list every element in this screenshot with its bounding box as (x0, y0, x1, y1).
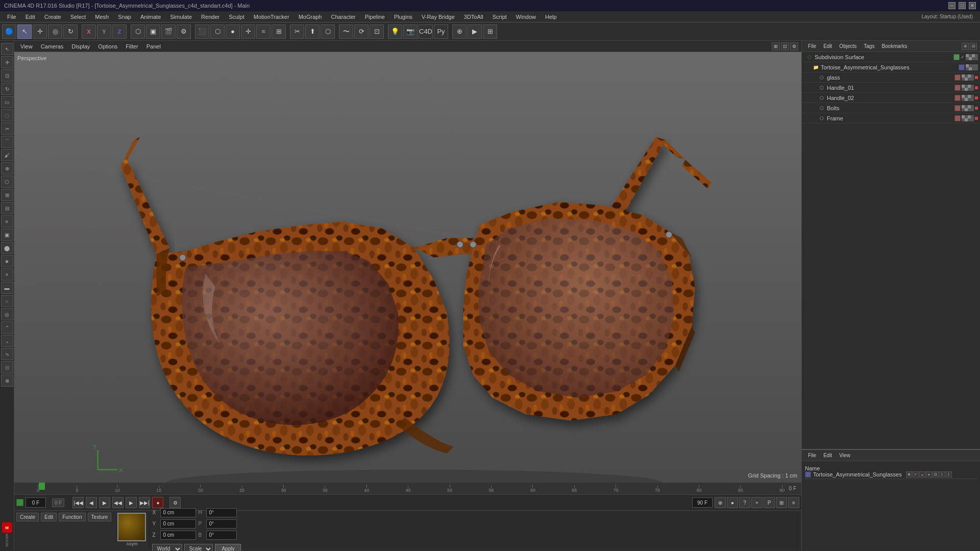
menu-edit[interactable]: Edit (21, 13, 39, 21)
handle02-color-dot[interactable] (954, 95, 961, 101)
circle-button[interactable]: ● (226, 24, 240, 39)
c4d-logo-button[interactable]: C4D (419, 24, 433, 39)
playback-settings-button[interactable]: ⚙ (169, 497, 181, 508)
om-bookmarks-menu[interactable]: Bookmarks (878, 42, 910, 50)
menu-vray[interactable]: V-Ray Bridge (418, 13, 459, 21)
world-space-select[interactable]: World Object (152, 544, 182, 552)
minimize-button[interactable]: ─ (948, 2, 955, 9)
current-frame-input[interactable] (26, 497, 46, 508)
sidebar-morph-tool[interactable]: ⊗ (1, 374, 13, 387)
menu-create[interactable]: Create (40, 13, 65, 21)
next-frame-button[interactable]: ▶ (126, 497, 137, 508)
scale-select[interactable]: Scale Size (184, 544, 213, 552)
menu-snap[interactable]: Snap (114, 13, 135, 21)
bolts-color-dot[interactable] (954, 105, 961, 111)
z-axis-button[interactable]: Z (112, 24, 127, 39)
display-menu[interactable]: Display (68, 42, 93, 51)
glass-color-dot[interactable] (954, 74, 961, 81)
move-tool-button[interactable]: ✛ (33, 24, 47, 39)
tree-item-handle01[interactable]: ⬡ Handle_01 (802, 83, 980, 93)
tree-item-subdivision[interactable]: ⬡ Subdivision Surface ✓ (802, 52, 980, 62)
attr-file-menu[interactable]: File (805, 452, 819, 459)
subdivision-color-dot[interactable] (953, 54, 960, 60)
tree-item-sunglasses[interactable]: 📁 Tortoise_Asymmetrical_Sunglasses (802, 62, 980, 72)
attr-icon3[interactable]: ● (919, 471, 925, 478)
knife-button[interactable]: ✂ (290, 24, 304, 39)
sidebar-taper-tool[interactable]: ⌄ (1, 335, 13, 347)
options-menu[interactable]: Options (95, 42, 120, 51)
sidebar-scale-tool[interactable]: ⊡ (1, 69, 13, 82)
record-button[interactable]: ● (152, 497, 163, 508)
menu-help[interactable]: Help (541, 13, 561, 21)
material-edit-menu[interactable]: Edit (41, 513, 57, 521)
sidebar-paint-tool[interactable]: 🖌 (1, 149, 13, 161)
cross-button[interactable]: ✛ (241, 24, 255, 39)
sidebar-camera-tool[interactable]: ⬤ (1, 242, 13, 254)
sidebar-sculpt-tool[interactable]: ⬡ (1, 176, 13, 188)
material-function-menu[interactable]: Function (59, 513, 85, 521)
menu-plugins[interactable]: Plugins (390, 13, 416, 21)
om-view-menu[interactable]: Objects (836, 42, 860, 50)
subdivide-button[interactable]: ⊞ (272, 24, 286, 39)
menu-window[interactable]: Window (512, 13, 540, 21)
poly-button[interactable]: ⬡ (210, 24, 225, 39)
sidebar-floor-tool[interactable]: ▬ (1, 282, 13, 294)
x-axis-button[interactable]: X (82, 24, 96, 39)
timeline-tool5-button[interactable]: P (764, 497, 775, 508)
view-menu[interactable]: View (17, 42, 36, 51)
menu-3dtoall[interactable]: 3DToAll (460, 13, 487, 21)
sweep-button[interactable]: ⟳ (354, 24, 369, 39)
p-rotation-input[interactable] (206, 519, 237, 529)
scale-tool-button[interactable]: ◎ (48, 24, 62, 39)
attr-icon6[interactable]: ⟩ (939, 471, 945, 478)
selection-tool-button[interactable]: ↖ (17, 24, 32, 39)
material-create-menu[interactable]: Create (16, 513, 39, 521)
play-forward-button[interactable]: ▶ (99, 497, 110, 508)
filter-menu[interactable]: Filter (122, 42, 141, 51)
render-region-button[interactable]: ▣ (146, 24, 160, 39)
menu-sculpt[interactable]: Sculpt (225, 13, 249, 21)
sidebar-twist-tool[interactable]: ∿ (1, 348, 13, 360)
menu-select[interactable]: Select (66, 13, 90, 21)
end-frame-input[interactable] (692, 497, 713, 508)
render-button[interactable]: 🎬 (161, 24, 176, 39)
menu-pipeline[interactable]: Pipeline (361, 13, 389, 21)
menu-mograph[interactable]: MoGraph (295, 13, 326, 21)
sidebar-sky-tool[interactable]: ○ (1, 295, 13, 307)
y-position-input[interactable] (160, 519, 196, 529)
viewport[interactable]: X Y Perspective Grid Spacing : 1 cm (14, 52, 801, 483)
close-button[interactable]: ✕ (969, 2, 976, 9)
menu-simulate[interactable]: Simulate (166, 13, 196, 21)
rotate-tool-button[interactable]: ↻ (63, 24, 78, 39)
om-tags-menu[interactable]: Tags (861, 42, 877, 50)
first-frame-button[interactable]: |◀◀ (72, 497, 84, 508)
sidebar-select-tool[interactable]: ▭ (1, 96, 13, 108)
z-position-input[interactable] (160, 531, 196, 540)
python-button[interactable]: Py (434, 24, 448, 39)
sidebar-magnet-tool[interactable]: ⊕ (1, 162, 13, 174)
menu-motiontracker[interactable]: MotionTracker (250, 13, 293, 21)
menu-render[interactable]: Render (197, 13, 224, 21)
timeline-start-marker[interactable] (39, 483, 45, 490)
attr-edit-menu[interactable]: Edit (820, 452, 835, 459)
wireframe-button[interactable]: ⬡ (131, 24, 145, 39)
timeline-tool7-button[interactable]: ≡ (788, 497, 799, 508)
menu-character[interactable]: Character (327, 13, 359, 21)
connect-button[interactable]: ⊡ (370, 24, 384, 39)
attr-icon2[interactable]: ✓ (913, 471, 919, 478)
cameras-menu[interactable]: Cameras (38, 42, 67, 51)
render-preview-button[interactable]: ▶ (468, 24, 482, 39)
viewport-settings-button[interactable]: ⚙ (790, 42, 798, 51)
sidebar-null-tool[interactable]: × (1, 268, 13, 281)
tree-item-frame[interactable]: ⬡ Frame (802, 113, 980, 123)
frame-color-dot[interactable] (954, 115, 961, 121)
viewport-expand-button[interactable]: ⊞ (772, 42, 780, 51)
menu-file[interactable]: File (3, 13, 20, 21)
sidebar-knife-tool[interactable]: ✂ (1, 122, 13, 135)
sidebar-joint-tool[interactable]: ⊞ (1, 189, 13, 201)
render-settings-button[interactable]: ⚙ (177, 24, 191, 39)
apply-button[interactable]: Apply (215, 544, 241, 552)
sidebar-env-tool[interactable]: ◎ (1, 308, 13, 320)
restore-button[interactable]: □ (959, 2, 966, 9)
tree-item-bolts[interactable]: ⬡ Bolts (802, 103, 980, 113)
